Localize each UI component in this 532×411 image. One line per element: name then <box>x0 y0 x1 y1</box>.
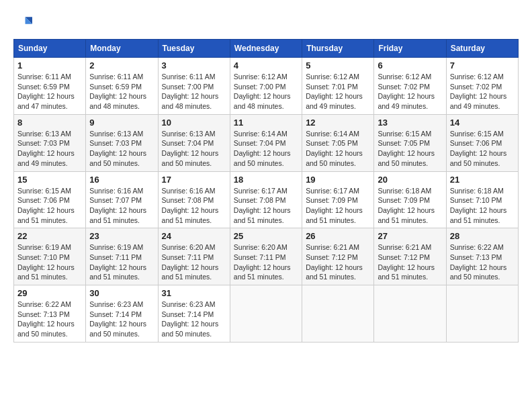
daylight-label: Daylight: 12 hours <box>89 320 146 328</box>
day-number: 18 <box>234 175 298 185</box>
daylight-minutes: and 51 minutes. <box>378 273 428 281</box>
sunrise-label: Sunrise: 6:16 AM <box>89 187 143 195</box>
daylight-minutes: and 51 minutes. <box>89 216 140 224</box>
daylight-minutes: and 49 minutes. <box>450 102 500 110</box>
sunrise-label: Sunrise: 6:12 AM <box>306 73 359 81</box>
sunset-label: Sunset: 7:03 PM <box>17 139 70 147</box>
sunset-label: Sunset: 7:04 PM <box>162 139 214 147</box>
daylight-minutes: and 50 minutes. <box>17 330 68 338</box>
calendar-cell: 22 Sunrise: 6:19 AM Sunset: 7:10 PM Dayl… <box>14 228 86 285</box>
daylight-label: Daylight: 12 hours <box>89 206 146 214</box>
day-info: Sunrise: 6:13 AM Sunset: 7:04 PM Dayligh… <box>162 129 226 169</box>
daylight-label: Daylight: 12 hours <box>378 263 435 271</box>
calendar-cell: 31 Sunrise: 6:23 AM Sunset: 7:14 PM Dayl… <box>158 285 230 342</box>
sunset-label: Sunset: 7:00 PM <box>234 83 286 91</box>
weekday-header-wednesday: Wednesday <box>230 40 302 58</box>
calendar-cell: 13 Sunrise: 6:15 AM Sunset: 7:05 PM Dayl… <box>374 114 446 171</box>
sunrise-label: Sunrise: 6:18 AM <box>378 187 431 195</box>
daylight-minutes: and 49 minutes. <box>378 102 428 110</box>
daylight-label: Daylight: 12 hours <box>17 149 75 157</box>
day-number: 26 <box>306 231 370 241</box>
sunrise-label: Sunrise: 6:12 AM <box>234 73 287 81</box>
sunset-label: Sunset: 7:14 PM <box>89 310 142 318</box>
page-header <box>13 13 519 32</box>
daylight-minutes: and 49 minutes. <box>306 102 356 110</box>
sunrise-label: Sunrise: 6:14 AM <box>234 130 287 138</box>
day-info: Sunrise: 6:15 AM Sunset: 7:06 PM Dayligh… <box>17 186 82 226</box>
calendar-cell: 20 Sunrise: 6:18 AM Sunset: 7:09 PM Dayl… <box>374 171 446 228</box>
daylight-label: Daylight: 12 hours <box>378 149 435 157</box>
sunset-label: Sunset: 7:11 PM <box>162 253 214 261</box>
daylight-minutes: and 50 minutes. <box>306 159 356 167</box>
daylight-minutes: and 48 minutes. <box>234 102 284 110</box>
day-number: 24 <box>162 231 226 241</box>
day-info: Sunrise: 6:12 AM Sunset: 7:00 PM Dayligh… <box>234 72 298 111</box>
sunrise-label: Sunrise: 6:19 AM <box>17 243 71 251</box>
daylight-minutes: and 51 minutes. <box>378 216 428 224</box>
day-number: 14 <box>450 118 515 128</box>
day-info: Sunrise: 6:21 AM Sunset: 7:12 PM Dayligh… <box>378 242 442 282</box>
daylight-label: Daylight: 12 hours <box>378 206 435 214</box>
daylight-label: Daylight: 12 hours <box>306 206 363 214</box>
sunrise-label: Sunrise: 6:21 AM <box>378 243 431 251</box>
day-info: Sunrise: 6:16 AM Sunset: 7:08 PM Dayligh… <box>162 186 226 226</box>
day-number: 6 <box>378 60 442 71</box>
sunrise-label: Sunrise: 6:11 AM <box>17 73 71 81</box>
daylight-label: Daylight: 12 hours <box>450 149 507 157</box>
calendar-cell: 23 Sunrise: 6:19 AM Sunset: 7:11 PM Dayl… <box>86 228 158 285</box>
daylight-minutes: and 48 minutes. <box>89 102 140 110</box>
sunrise-label: Sunrise: 6:16 AM <box>162 187 216 195</box>
sunset-label: Sunset: 7:05 PM <box>378 139 430 147</box>
calendar-cell: 28 Sunrise: 6:22 AM Sunset: 7:13 PM Dayl… <box>446 228 518 285</box>
day-info: Sunrise: 6:17 AM Sunset: 7:09 PM Dayligh… <box>306 186 370 226</box>
daylight-label: Daylight: 12 hours <box>378 92 435 100</box>
sunrise-label: Sunrise: 6:23 AM <box>162 300 216 308</box>
sunrise-label: Sunrise: 6:11 AM <box>162 73 216 81</box>
daylight-minutes: and 47 minutes. <box>17 102 68 110</box>
day-info: Sunrise: 6:14 AM Sunset: 7:05 PM Dayligh… <box>306 129 370 169</box>
daylight-label: Daylight: 12 hours <box>89 263 146 271</box>
daylight-label: Daylight: 12 hours <box>89 92 146 100</box>
day-info: Sunrise: 6:19 AM Sunset: 7:11 PM Dayligh… <box>89 242 154 282</box>
calendar-cell: 4 Sunrise: 6:12 AM Sunset: 7:00 PM Dayli… <box>230 58 302 115</box>
day-number: 2 <box>89 60 154 71</box>
calendar-cell: 10 Sunrise: 6:13 AM Sunset: 7:04 PM Dayl… <box>158 114 230 171</box>
daylight-minutes: and 50 minutes. <box>89 330 140 338</box>
calendar-cell: 25 Sunrise: 6:20 AM Sunset: 7:11 PM Dayl… <box>230 228 302 285</box>
daylight-minutes: and 50 minutes. <box>162 159 212 167</box>
sunset-label: Sunset: 7:11 PM <box>89 253 142 261</box>
calendar-cell: 9 Sunrise: 6:13 AM Sunset: 7:03 PM Dayli… <box>86 114 158 171</box>
daylight-label: Daylight: 12 hours <box>450 92 507 100</box>
day-number: 10 <box>162 118 226 128</box>
daylight-minutes: and 51 minutes. <box>234 273 284 281</box>
sunrise-label: Sunrise: 6:18 AM <box>450 187 504 195</box>
day-info: Sunrise: 6:12 AM Sunset: 7:02 PM Dayligh… <box>378 72 442 111</box>
day-info: Sunrise: 6:13 AM Sunset: 7:03 PM Dayligh… <box>17 129 82 169</box>
day-number: 15 <box>17 175 82 185</box>
calendar-cell: 11 Sunrise: 6:14 AM Sunset: 7:04 PM Dayl… <box>230 114 302 171</box>
day-number: 7 <box>450 60 515 71</box>
daylight-label: Daylight: 12 hours <box>89 149 146 157</box>
day-number: 22 <box>17 231 82 241</box>
day-info: Sunrise: 6:19 AM Sunset: 7:10 PM Dayligh… <box>17 242 82 282</box>
day-info: Sunrise: 6:11 AM Sunset: 7:00 PM Dayligh… <box>162 72 226 111</box>
day-info: Sunrise: 6:15 AM Sunset: 7:06 PM Dayligh… <box>450 129 515 169</box>
sunset-label: Sunset: 6:59 PM <box>89 83 142 91</box>
calendar-cell: 19 Sunrise: 6:17 AM Sunset: 7:09 PM Dayl… <box>302 171 374 228</box>
calendar-cell: 26 Sunrise: 6:21 AM Sunset: 7:12 PM Dayl… <box>302 228 374 285</box>
day-number: 12 <box>306 118 370 128</box>
day-number: 4 <box>234 60 298 71</box>
day-info: Sunrise: 6:13 AM Sunset: 7:03 PM Dayligh… <box>89 129 154 169</box>
sunrise-label: Sunrise: 6:13 AM <box>17 130 71 138</box>
calendar-cell: 21 Sunrise: 6:18 AM Sunset: 7:10 PM Dayl… <box>446 171 518 228</box>
sunset-label: Sunset: 7:09 PM <box>378 196 430 204</box>
sunrise-label: Sunrise: 6:22 AM <box>17 300 71 308</box>
calendar-cell: 3 Sunrise: 6:11 AM Sunset: 7:00 PM Dayli… <box>158 58 230 115</box>
weekday-header-sunday: Sunday <box>14 40 86 58</box>
sunrise-label: Sunrise: 6:20 AM <box>162 243 216 251</box>
day-info: Sunrise: 6:11 AM Sunset: 6:59 PM Dayligh… <box>89 72 154 111</box>
daylight-minutes: and 48 minutes. <box>162 102 212 110</box>
calendar-cell: 17 Sunrise: 6:16 AM Sunset: 7:08 PM Dayl… <box>158 171 230 228</box>
sunrise-label: Sunrise: 6:23 AM <box>89 300 143 308</box>
sunset-label: Sunset: 7:01 PM <box>306 83 358 91</box>
